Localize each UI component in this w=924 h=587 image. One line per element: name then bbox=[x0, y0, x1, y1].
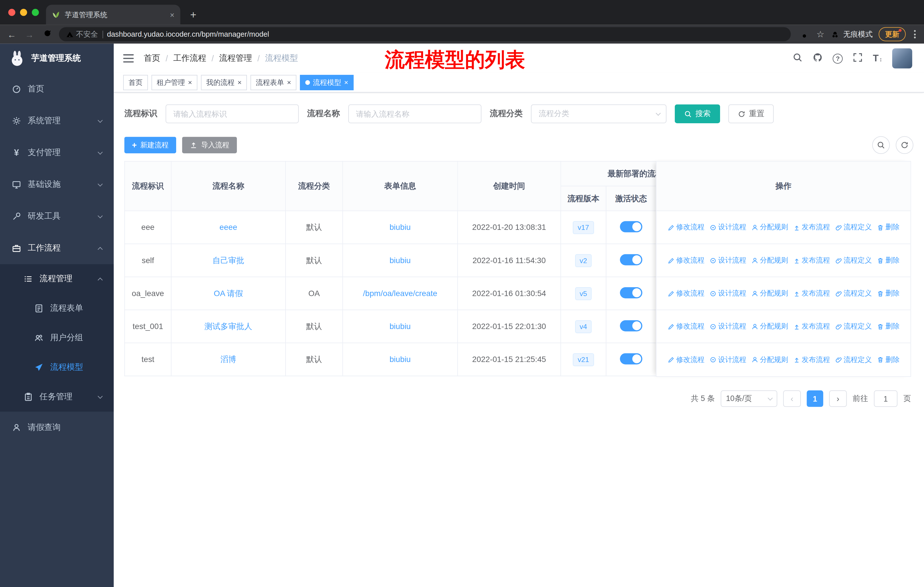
design-process-link[interactable]: 设计流程 bbox=[709, 288, 746, 298]
design-process-link[interactable]: 设计流程 bbox=[709, 355, 746, 365]
process-definition-link[interactable]: 流程定义 bbox=[835, 222, 872, 232]
bookmark-star-icon[interactable]: ☆ bbox=[817, 29, 825, 40]
publish-process-link[interactable]: 发布流程 bbox=[793, 355, 830, 365]
assign-rule-link[interactable]: 分配规则 bbox=[751, 321, 788, 331]
security-indicator[interactable]: 不安全 bbox=[66, 29, 98, 39]
close-icon[interactable]: × bbox=[344, 79, 348, 86]
maximize-window-button[interactable] bbox=[32, 9, 39, 16]
process-name-link[interactable]: OA 请假 bbox=[214, 289, 243, 298]
search-button[interactable]: 搜索 bbox=[675, 104, 720, 123]
prev-page-button[interactable]: ‹ bbox=[783, 390, 801, 407]
process-name-link[interactable]: 滔博 bbox=[220, 355, 236, 364]
assign-rule-link[interactable]: 分配规则 bbox=[751, 355, 788, 365]
delete-process-link[interactable]: 删除 bbox=[876, 355, 899, 365]
active-toggle[interactable] bbox=[620, 353, 642, 364]
close-icon[interactable]: × bbox=[188, 79, 192, 86]
close-icon[interactable]: × bbox=[287, 79, 291, 86]
sidebar-item-task-management[interactable]: 任务管理 bbox=[0, 382, 114, 412]
tag-home[interactable]: 首页 bbox=[123, 75, 148, 90]
update-button[interactable]: 更新 bbox=[879, 27, 906, 41]
process-name-link[interactable]: 测试多审批人 bbox=[205, 322, 252, 331]
sidebar-item-process-management[interactable]: 流程管理 bbox=[0, 264, 114, 294]
browser-tab[interactable]: 芋道管理系统 × bbox=[46, 5, 180, 25]
form-info-link[interactable]: biubiu bbox=[389, 256, 411, 265]
window-controls[interactable] bbox=[8, 9, 39, 16]
close-icon[interactable]: × bbox=[238, 79, 241, 86]
process-name-input[interactable] bbox=[348, 104, 482, 123]
form-info-link[interactable]: biubiu bbox=[389, 322, 411, 331]
show-search-button[interactable] bbox=[872, 136, 890, 154]
reload-icon[interactable] bbox=[41, 29, 53, 40]
assign-rule-link[interactable]: 分配规则 bbox=[751, 255, 788, 265]
next-page-button[interactable]: › bbox=[829, 390, 847, 407]
tag-process-model[interactable]: 流程模型× bbox=[300, 75, 353, 90]
edit-process-link[interactable]: 修改流程 bbox=[667, 321, 705, 331]
reset-button[interactable]: 重置 bbox=[728, 104, 774, 123]
font-size-icon[interactable]: T↕ bbox=[873, 53, 882, 64]
search-icon[interactable] bbox=[793, 52, 803, 64]
sidebar-item-devtools[interactable]: 研发工具 bbox=[0, 201, 114, 232]
breadcrumb-item[interactable]: 首页 bbox=[144, 53, 160, 64]
delete-process-link[interactable]: 删除 bbox=[876, 222, 899, 232]
tag-process-form[interactable]: 流程表单× bbox=[250, 75, 297, 90]
sidebar-item-workflow[interactable]: 工作流程 bbox=[0, 232, 114, 264]
page-size-select[interactable]: 10条/页 bbox=[721, 390, 777, 407]
active-toggle[interactable] bbox=[620, 320, 642, 331]
fullscreen-icon[interactable] bbox=[853, 52, 863, 64]
current-page[interactable]: 1 bbox=[807, 390, 823, 407]
delete-process-link[interactable]: 删除 bbox=[876, 255, 899, 265]
edit-process-link[interactable]: 修改流程 bbox=[667, 255, 705, 265]
minimize-window-button[interactable] bbox=[20, 9, 27, 16]
sidebar-item-infrastructure[interactable]: 基础设施 bbox=[0, 169, 114, 200]
sidebar-collapse-icon[interactable] bbox=[123, 54, 134, 63]
tag-my-process[interactable]: 我的流程× bbox=[201, 75, 247, 90]
sidebar-item-home[interactable]: 首页 bbox=[0, 73, 114, 105]
sidebar-item-user-group[interactable]: 用户分组 bbox=[0, 323, 114, 352]
process-definition-link[interactable]: 流程定义 bbox=[835, 321, 872, 331]
assign-rule-link[interactable]: 分配规则 bbox=[751, 288, 788, 298]
active-toggle[interactable] bbox=[620, 287, 642, 298]
delete-process-link[interactable]: 删除 bbox=[876, 321, 899, 331]
design-process-link[interactable]: 设计流程 bbox=[709, 255, 746, 265]
form-info-link[interactable]: biubiu bbox=[389, 223, 411, 232]
breadcrumb-item[interactable]: 工作流程 bbox=[173, 53, 206, 64]
refresh-table-button[interactable] bbox=[896, 136, 913, 154]
active-toggle[interactable] bbox=[620, 254, 642, 265]
tab-close-icon[interactable]: × bbox=[170, 10, 175, 19]
help-icon[interactable]: ? bbox=[833, 53, 843, 63]
sidebar-item-system[interactable]: 系统管理 bbox=[0, 105, 114, 137]
design-process-link[interactable]: 设计流程 bbox=[709, 222, 746, 232]
assign-rule-link[interactable]: 分配规则 bbox=[751, 222, 788, 232]
active-toggle[interactable] bbox=[620, 221, 642, 232]
publish-process-link[interactable]: 发布流程 bbox=[793, 222, 830, 232]
edit-process-link[interactable]: 修改流程 bbox=[667, 355, 705, 365]
sidebar-item-leave-query[interactable]: 请假查询 bbox=[0, 412, 114, 443]
process-name-link[interactable]: 自己审批 bbox=[213, 256, 244, 265]
publish-process-link[interactable]: 发布流程 bbox=[793, 321, 830, 331]
sidebar-item-process-model[interactable]: 流程模型 bbox=[0, 352, 114, 382]
delete-process-link[interactable]: 删除 bbox=[876, 288, 899, 298]
back-icon[interactable]: ← bbox=[6, 29, 18, 39]
process-definition-link[interactable]: 流程定义 bbox=[835, 288, 872, 298]
publish-process-link[interactable]: 发布流程 bbox=[793, 288, 830, 298]
process-name-link[interactable]: eeee bbox=[219, 223, 237, 232]
create-process-button[interactable]: + 新建流程 bbox=[124, 137, 176, 153]
form-info-link[interactable]: /bpm/oa/leave/create bbox=[363, 289, 437, 298]
sidebar-item-payment[interactable]: ¥ 支付管理 bbox=[0, 137, 114, 169]
edit-process-link[interactable]: 修改流程 bbox=[667, 222, 705, 232]
process-category-select[interactable]: 流程分类 bbox=[531, 104, 667, 123]
edit-process-link[interactable]: 修改流程 bbox=[667, 288, 705, 298]
browser-menu-icon[interactable] bbox=[912, 30, 918, 38]
address-bar[interactable]: 不安全 dashboard.yudao.iocoder.cn/bpm/manag… bbox=[59, 27, 790, 41]
new-tab-button[interactable]: + bbox=[185, 7, 201, 23]
github-icon[interactable] bbox=[813, 52, 823, 64]
user-avatar[interactable] bbox=[892, 48, 912, 68]
breadcrumb-item[interactable]: 流程管理 bbox=[219, 53, 252, 64]
form-info-link[interactable]: biubiu bbox=[389, 355, 411, 364]
tag-tenant[interactable]: 租户管理× bbox=[152, 75, 198, 90]
goto-page-input[interactable] bbox=[874, 390, 898, 407]
import-process-button[interactable]: 导入流程 bbox=[182, 137, 237, 153]
publish-process-link[interactable]: 发布流程 bbox=[793, 255, 830, 265]
process-definition-link[interactable]: 流程定义 bbox=[835, 255, 872, 265]
sidebar-item-process-form[interactable]: 流程表单 bbox=[0, 294, 114, 323]
